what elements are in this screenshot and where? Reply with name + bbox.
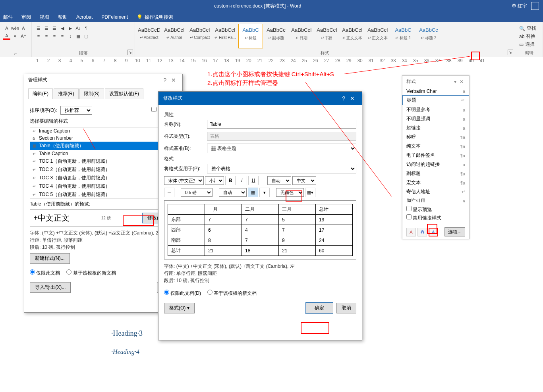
tab-edit[interactable]: 编辑(E) [28, 88, 53, 99]
menu-view[interactable]: 视图 [40, 14, 49, 21]
pane-dropdown-icon[interactable]: ▾ [452, 79, 458, 85]
help-icon[interactable]: ? [161, 77, 169, 83]
manage-styles-icon[interactable]: A [429, 228, 438, 236]
menu-pdf[interactable]: PDFelement [101, 14, 128, 20]
menu-mail[interactable]: 邮件 [3, 14, 13, 21]
font-a-icon[interactable]: A [3, 25, 10, 32]
line-spacing-icon[interactable]: ↕ [67, 33, 74, 40]
style-gallery-item[interactable]: AaBbCc↵ 标题 2 [416, 24, 441, 48]
borders-grid-button[interactable]: ▦ [248, 188, 258, 197]
menu-acrobat[interactable]: Acrobat [76, 14, 93, 20]
paragraph-launcher-icon[interactable]: ↘ [128, 50, 133, 55]
base-select[interactable]: ▦ 表格主题 [207, 144, 356, 153]
radio-template[interactable] [207, 290, 213, 295]
bullets-icon[interactable]: ☰ [35, 25, 42, 32]
style-gallery-item[interactable]: AaBbCcI↵ 正文文本 [340, 24, 365, 48]
options-button[interactable]: 选项... [444, 227, 465, 236]
pane-style-item[interactable]: Verbatim Chara [402, 87, 469, 95]
pane-style-item[interactable]: 不明显参考a [402, 105, 469, 114]
fill-select[interactable]: 无颜色 [276, 188, 304, 197]
sort-icon[interactable]: A↓ [75, 25, 82, 32]
cancel-button[interactable]: 取消 [336, 303, 356, 313]
italic-button[interactable]: I [237, 176, 247, 185]
size-select[interactable]: 小匹 [205, 176, 224, 185]
multilevel-icon[interactable]: ☰ [51, 25, 58, 32]
import-export-button[interactable]: 导入/导出(X)... [30, 282, 71, 293]
justify-icon[interactable]: ≡ [59, 33, 66, 40]
pane-close-icon[interactable]: ✕ [458, 79, 465, 85]
only-recommended-checkbox[interactable] [151, 107, 157, 112]
decrease-indent-icon[interactable]: ◀ [59, 25, 66, 32]
pane-style-item[interactable]: 称呼¶a [402, 133, 469, 142]
pane-style-item[interactable]: 超链接a [402, 123, 469, 133]
tab-default[interactable]: 设置默认值(F) [105, 88, 143, 99]
more-button[interactable]: ▦▾ [305, 188, 315, 197]
select-button[interactable]: ▭选择 [519, 41, 539, 48]
list-item[interactable]: ▦Table（使用前隐藏） [30, 142, 176, 150]
style-gallery-item[interactable]: AaBbCcI↵ Compact [187, 24, 212, 48]
new-style-button[interactable]: 新建样式(N)... [30, 253, 70, 264]
find-button[interactable]: 🔍查找 [519, 25, 539, 32]
show-preview-checkbox[interactable] [406, 206, 412, 211]
bold-button[interactable]: B [225, 176, 236, 185]
style-gallery-item[interactable]: AaBbCcI↵ First Pa... [213, 24, 238, 48]
style-gallery-item[interactable]: AaBbCcI↵ Author [162, 24, 187, 48]
pane-style-item[interactable]: 寄信人地址↵ [402, 187, 469, 196]
replace-button[interactable]: ab替换 [519, 33, 539, 40]
close-icon[interactable]: ✕ [348, 95, 357, 102]
highlight-icon[interactable]: A [3, 33, 10, 40]
list-item[interactable]: ↵Image Caption [30, 127, 176, 135]
radio-template[interactable] [66, 269, 71, 275]
list-item[interactable]: ↵TOC 1（自动更新，使用前隐藏） [30, 157, 176, 165]
sort-select[interactable]: 按推荐 [60, 106, 92, 115]
list-item[interactable]: ↵TOC 5（自动更新，使用前隐藏） [30, 190, 176, 198]
align-right-icon[interactable]: ≡ [51, 33, 58, 40]
radio-this-doc[interactable] [164, 290, 169, 295]
menu-help[interactable]: 帮助 [58, 14, 68, 21]
pane-style-item[interactable]: 标题↵ [402, 95, 469, 105]
name-input[interactable] [207, 120, 356, 129]
align-center-icon[interactable]: ≡ [43, 33, 50, 40]
format-menu-button[interactable]: 格式(O) ▾ [164, 303, 195, 313]
pane-style-item[interactable]: 副标题¶a [402, 169, 469, 178]
menu-review[interactable]: 审阅 [21, 14, 31, 21]
inspector-icon[interactable]: ⁂ [417, 228, 427, 236]
lang-select[interactable]: 中文 [292, 176, 316, 185]
style-list[interactable]: ↵Image CaptionaSection Number▦Table（使用前隐… [30, 127, 177, 198]
style-gallery-item[interactable]: AaBbCc↵ 副标题 [264, 24, 288, 48]
show-marks-icon[interactable]: ¶ [83, 25, 90, 32]
list-item[interactable]: ↵Table Caption [30, 150, 176, 157]
list-item[interactable]: ↵TOC 2（自动更新，使用前隐藏） [30, 165, 176, 174]
style-gallery-item[interactable]: AaBbCcI↵ 正文文本 [365, 24, 390, 48]
style-gallery-item[interactable]: AaBbCcDd↵ Abstract [137, 24, 161, 48]
increase-indent-icon[interactable]: ▶ [67, 25, 74, 32]
user-avatar[interactable] [531, 2, 539, 10]
char-shading-icon[interactable]: A⁺ [20, 33, 27, 40]
disable-link-checkbox[interactable] [406, 214, 412, 219]
style-gallery-item[interactable]: AaBbCcI↵ 书目 [315, 24, 339, 48]
new-style-icon[interactable]: A [406, 228, 416, 236]
pane-style-item[interactable]: 访问过的超链接a [402, 160, 469, 169]
char-border-icon[interactable]: A [20, 25, 27, 32]
border-style-button[interactable]: ═ [164, 188, 174, 197]
styles-launcher-icon[interactable]: ↘ [508, 50, 513, 55]
radio-this-doc[interactable] [30, 269, 35, 275]
style-gallery-item[interactable]: AaBbC↵ 标题 [238, 24, 263, 48]
font-color-icon[interactable]: ▾ [12, 33, 19, 40]
close-icon[interactable]: ✕ [169, 77, 178, 83]
tab-recommend[interactable]: 推荐(R) [54, 88, 79, 99]
pane-style-item[interactable]: 纯文本¶a [402, 142, 469, 151]
border-color-select[interactable]: 自动 [219, 188, 247, 197]
pane-style-item[interactable]: 脚注引用a [402, 196, 469, 202]
help-icon[interactable]: ? [340, 95, 348, 102]
color-select[interactable]: 自动 [267, 176, 291, 185]
style-gallery-item[interactable]: AaBbCcI↵ 日期 [289, 24, 314, 48]
ok-button[interactable]: 确定 [305, 302, 333, 314]
pane-style-item[interactable]: 电子邮件签名¶a [402, 151, 469, 160]
border-weight-select[interactable]: 0.5 磅 [181, 188, 213, 197]
list-item[interactable]: aSection Number [30, 135, 176, 142]
tell-me[interactable]: 💡 操作说明搜索 [137, 14, 173, 21]
numbering-icon[interactable]: ☰ [43, 25, 50, 32]
tab-restrict[interactable]: 限制(S) [79, 88, 104, 99]
pane-style-list[interactable]: Verbatim Chara标题↵不明显参考a不明显强调a超链接a称呼¶a纯文本… [402, 87, 469, 202]
